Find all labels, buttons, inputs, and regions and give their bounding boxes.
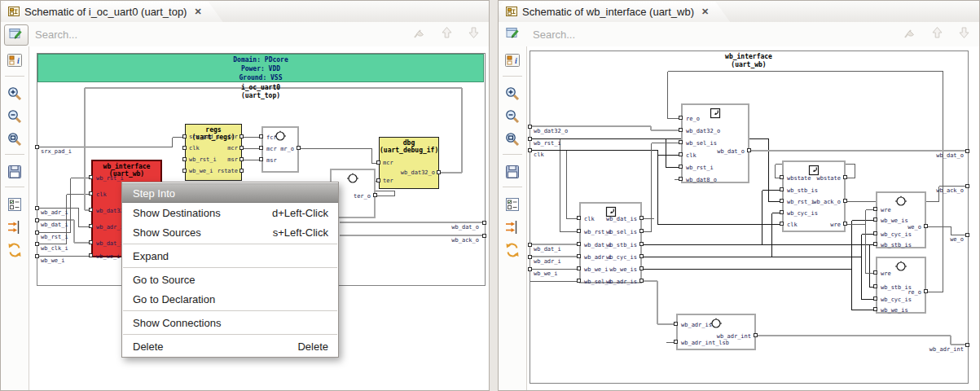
boundary-port[interactable]: [35, 145, 39, 149]
input-port[interactable]: [873, 307, 877, 311]
logic-block[interactable]: fcrmcrmsrmr_o: [261, 126, 299, 173]
input-port[interactable]: [780, 187, 784, 191]
input-port[interactable]: [679, 128, 683, 132]
filter-legend-button[interactable]: [504, 196, 521, 213]
input-port[interactable]: [182, 169, 187, 173]
input-port[interactable]: [780, 210, 784, 214]
boundary-port[interactable]: [528, 243, 532, 247]
input-port[interactable]: [376, 178, 380, 182]
tab-close-icon[interactable]: ✕: [701, 7, 709, 17]
output-port[interactable]: [639, 266, 644, 270]
trace-pins-button[interactable]: [7, 219, 23, 235]
boundary-port[interactable]: [35, 231, 39, 235]
register-block[interactable]: clkwb_rst_iwb_dat_iwb_adr_iwb_we_iwb_sel…: [579, 202, 642, 283]
input-port[interactable]: [873, 297, 877, 301]
boundary-port[interactable]: [965, 233, 969, 237]
menu-item-go-to-source[interactable]: Go to Source: [122, 270, 338, 289]
menu-item-show-destinations[interactable]: Show Destinationsd+Left-Click: [122, 203, 338, 222]
menu-item-show-connections[interactable]: Show Connections: [122, 313, 338, 332]
input-port[interactable]: [89, 253, 93, 257]
save-button[interactable]: [504, 164, 521, 180]
output-port[interactable]: [240, 169, 244, 173]
input-port[interactable]: [89, 224, 93, 228]
boundary-port[interactable]: [35, 242, 39, 246]
input-port[interactable]: [89, 191, 93, 196]
input-port[interactable]: [873, 231, 877, 235]
search-input[interactable]: [531, 24, 803, 44]
input-port[interactable]: [376, 160, 380, 165]
find-next-icon[interactable]: [957, 25, 971, 43]
clear-search-icon[interactable]: [902, 25, 917, 43]
edit-search-button[interactable]: [502, 24, 525, 44]
menu-item-go-to-declaration[interactable]: Go to Declaration: [122, 289, 338, 309]
menu-item-delete[interactable]: DeleteDelete: [122, 336, 338, 356]
logic-block[interactable]: wb_adr_iswb_adr_int_lsbwb_adr_int: [676, 314, 756, 350]
input-port[interactable]: [577, 266, 581, 270]
boundary-port[interactable]: [35, 254, 39, 258]
output-port[interactable]: [843, 199, 847, 203]
input-port[interactable]: [577, 229, 581, 233]
input-port[interactable]: [89, 240, 93, 244]
input-port[interactable]: [89, 208, 93, 212]
output-port[interactable]: [240, 157, 244, 161]
schematic-canvas-uart-wb[interactable]: wb_interface (uart_wb)wb_dat32_owb_rst_i…: [527, 46, 979, 390]
diagram-properties-button[interactable]: i: [7, 52, 23, 68]
input-port[interactable]: [679, 165, 683, 169]
find-previous-icon[interactable]: [440, 25, 454, 43]
output-port[interactable]: [639, 229, 644, 233]
input-port[interactable]: [577, 254, 581, 258]
boundary-port[interactable]: [528, 137, 532, 141]
output-port[interactable]: [843, 175, 847, 179]
output-port[interactable]: [639, 279, 644, 283]
boundary-port[interactable]: [528, 125, 532, 129]
boundary-port[interactable]: [482, 234, 486, 238]
module-block-regs[interactable]: regs (uart_regs)srx_pad_iclkwb_rst_iwb_w…: [185, 124, 242, 181]
input-port[interactable]: [259, 134, 263, 138]
input-port[interactable]: [679, 116, 683, 120]
boundary-port[interactable]: [482, 221, 486, 225]
output-port[interactable]: [639, 242, 644, 246]
menu-item-expand[interactable]: Expand: [122, 246, 338, 266]
boundary-port[interactable]: [965, 149, 969, 153]
input-port[interactable]: [780, 175, 784, 179]
menu-item-show-sources[interactable]: Show Sourcess+Left-Click: [122, 222, 338, 242]
output-port[interactable]: [373, 193, 377, 197]
input-port[interactable]: [679, 140, 683, 144]
diagram-properties-button[interactable]: i: [504, 52, 521, 68]
input-port[interactable]: [259, 146, 263, 150]
input-port[interactable]: [89, 175, 93, 179]
input-port[interactable]: [873, 270, 877, 275]
input-port[interactable]: [182, 134, 187, 138]
save-button[interactable]: [7, 164, 23, 180]
output-port[interactable]: [843, 222, 847, 226]
pane-divider[interactable]: [490, 0, 498, 391]
zoom-out-button[interactable]: [7, 108, 23, 125]
input-port[interactable]: [679, 152, 683, 156]
zoom-fit-button[interactable]: [7, 131, 23, 147]
output-port[interactable]: [240, 134, 244, 138]
find-previous-icon[interactable]: [930, 25, 944, 43]
zoom-out-button[interactable]: [504, 108, 521, 125]
register-block[interactable]: wbstatewb_stb_iswb_rst_iwb_cyc_isclkwbst…: [782, 160, 846, 232]
input-port[interactable]: [259, 157, 263, 161]
clear-search-icon[interactable]: [411, 25, 427, 43]
input-port[interactable]: [679, 177, 683, 181]
editor-tab-uart-top[interactable]: Schematic of i_oc_uart0 (uart_top) ✕: [2, 2, 223, 22]
output-port[interactable]: [754, 333, 758, 337]
boundary-port[interactable]: [965, 343, 969, 347]
output-port[interactable]: [437, 170, 441, 174]
input-port[interactable]: [577, 242, 581, 246]
logic-block[interactable]: wrewb_we_iswb_cyc_iswb_stb_iswe_o: [876, 191, 926, 248]
output-port[interactable]: [297, 146, 301, 150]
boundary-port[interactable]: [528, 148, 532, 152]
output-port[interactable]: [924, 224, 928, 228]
find-next-icon[interactable]: [467, 25, 481, 43]
trace-pins-button[interactable]: [504, 219, 521, 235]
filter-legend-button[interactable]: [7, 196, 23, 213]
input-port[interactable]: [182, 146, 187, 150]
boundary-port[interactable]: [965, 184, 969, 188]
boundary-port[interactable]: [35, 218, 39, 222]
boundary-port[interactable]: [528, 255, 532, 259]
logic-block[interactable]: wrewb_stb_iswb_cyc_iswb_we_isre_o: [876, 257, 926, 314]
zoom-in-button[interactable]: [504, 86, 521, 102]
